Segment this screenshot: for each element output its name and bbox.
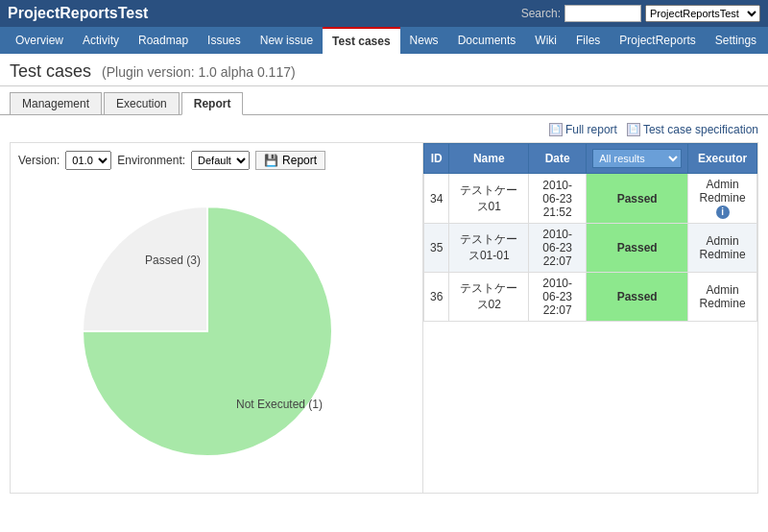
tabs: Management Execution Report	[0, 86, 768, 115]
nav-issues[interactable]: Issues	[198, 27, 251, 54]
col-date: Date	[529, 144, 587, 174]
cell-date: 2010-06-2322:07	[529, 273, 587, 322]
nav-files[interactable]: Files	[566, 27, 610, 54]
report-button-label: Report	[282, 154, 317, 167]
nav-settings[interactable]: Settings	[706, 27, 766, 54]
cell-id: 34	[424, 174, 449, 224]
info-icon[interactable]: i	[716, 206, 730, 219]
nav-bar: Overview Activity Roadmap Issues New iss…	[0, 27, 768, 54]
version-label: Version:	[18, 154, 60, 167]
full-report-label: Full report	[565, 123, 617, 136]
controls-row: Version: 01.0 Environment: Default 💾 Rep…	[18, 151, 415, 170]
table-row: 34 テストケース01 2010-06-2321:52 Passed Admin…	[424, 174, 757, 224]
cell-id: 35	[424, 224, 449, 273]
cell-name: テストケース01-01	[449, 224, 529, 273]
col-id: ID	[424, 144, 449, 174]
cell-name: テストケース01	[449, 174, 529, 224]
nav-documents[interactable]: Documents	[448, 27, 526, 54]
full-report-icon: 📄	[549, 123, 563, 136]
cell-date: 2010-06-2321:52	[529, 174, 587, 224]
not-executed-slice	[83, 206, 207, 331]
top-bar: ProjectReportsTest Search: ProjectReport…	[0, 0, 768, 27]
nav-new-issue[interactable]: New issue	[251, 27, 323, 54]
nav-project-reports[interactable]: ProjectReports	[610, 27, 705, 54]
tab-execution[interactable]: Execution	[104, 92, 180, 114]
search-input[interactable]	[564, 5, 641, 22]
cell-executor: AdminRedmine i	[688, 174, 757, 224]
page-header: Test cases (Plugin version: 1.0 alpha 0.…	[0, 54, 768, 86]
search-area: Search: ProjectReportsTest	[521, 5, 760, 22]
test-case-spec-link[interactable]: 📄 Test case specification	[627, 123, 758, 136]
nav-activity[interactable]: Activity	[73, 27, 129, 54]
project-title: ProjectReportsTest	[8, 5, 148, 22]
cell-date: 2010-06-2322:07	[529, 224, 587, 273]
nav-wiki[interactable]: Wiki	[525, 27, 566, 54]
table-header-row: ID Name Date All results Passed Failed N…	[424, 144, 757, 174]
table-row: 35 テストケース01-01 2010-06-2322:07 Passed Ad…	[424, 224, 757, 273]
cell-executor: AdminRedmine	[688, 224, 757, 273]
report-links: 📄 Full report 📄 Test case specification	[10, 123, 758, 136]
main-split: Version: 01.0 Environment: Default 💾 Rep…	[10, 142, 758, 494]
search-label: Search:	[521, 7, 561, 20]
test-case-spec-icon: 📄	[627, 123, 640, 136]
page-subtitle: (Plugin version: 1.0 alpha 0.117)	[102, 64, 296, 80]
right-panel: ID Name Date All results Passed Failed N…	[423, 143, 757, 493]
nav-roadmap[interactable]: Roadmap	[129, 27, 198, 54]
cell-status: Passed	[587, 224, 688, 273]
cell-name: テストケース02	[449, 273, 529, 322]
left-panel: Version: 01.0 Environment: Default 💾 Rep…	[11, 143, 423, 493]
not-executed-chart-label: Not Executed (1)	[235, 398, 322, 411]
cell-status: Passed	[587, 273, 688, 322]
col-name: Name	[449, 144, 529, 174]
table-row: 36 テストケース02 2010-06-2322:07 Passed Admin…	[424, 273, 757, 322]
content: 📄 Full report 📄 Test case specification …	[0, 115, 768, 501]
cell-executor: AdminRedmine	[688, 273, 757, 322]
table-body: 34 テストケース01 2010-06-2321:52 Passed Admin…	[424, 174, 757, 322]
nav-news[interactable]: News	[400, 27, 448, 54]
test-case-spec-label: Test case specification	[643, 123, 758, 136]
results-table: ID Name Date All results Passed Failed N…	[423, 143, 757, 322]
environment-select[interactable]: Default	[191, 151, 250, 170]
pie-chart-svg: Passed (3) Not Executed (1)	[39, 178, 375, 475]
filter-select[interactable]: All results Passed Failed Not Executed	[592, 149, 682, 168]
col-filter: All results Passed Failed Not Executed	[587, 144, 688, 174]
page-title: Test cases	[10, 61, 91, 81]
cell-id: 36	[424, 273, 449, 322]
search-select[interactable]: ProjectReportsTest	[645, 5, 760, 22]
full-report-link[interactable]: 📄 Full report	[549, 123, 617, 136]
tab-management[interactable]: Management	[10, 92, 102, 114]
nav-overview[interactable]: Overview	[6, 27, 73, 54]
col-executor: Executor	[688, 144, 757, 174]
report-button[interactable]: 💾 Report	[255, 151, 325, 170]
pie-chart-area: Passed (3) Not Executed (1)	[39, 178, 395, 485]
nav-test-cases[interactable]: Test cases	[323, 27, 400, 54]
cell-status: Passed	[587, 174, 688, 224]
environment-label: Environment:	[117, 154, 185, 167]
save-icon: 💾	[264, 154, 278, 167]
tab-report[interactable]: Report	[181, 92, 244, 115]
passed-chart-label: Passed (3)	[145, 254, 201, 267]
version-select[interactable]: 01.0	[65, 151, 111, 170]
